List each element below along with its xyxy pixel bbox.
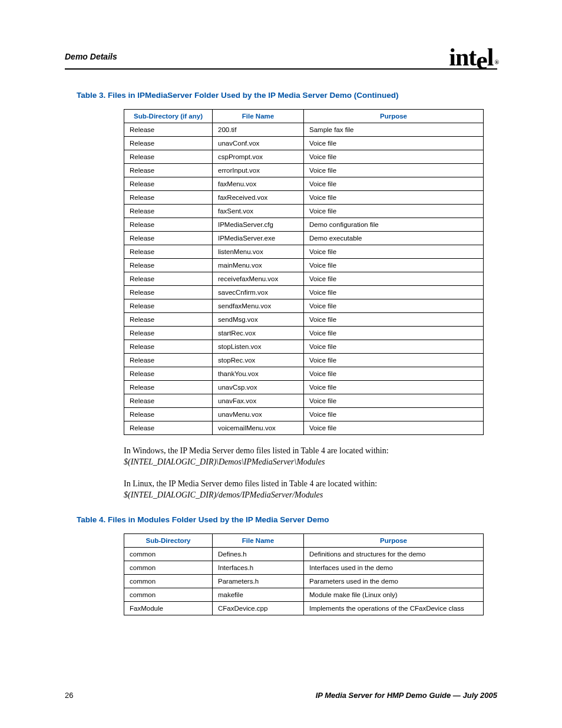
table3-cell: Release (124, 421, 213, 435)
table3-cell: Release (124, 313, 213, 327)
table3-cell: Voice file (304, 408, 484, 421)
table3-row: ReleasestopListen.voxVoice file (124, 340, 484, 354)
table3-cell: cspPrompt.vox (213, 150, 304, 164)
table3-row: ReleaseunavConf.voxVoice file (124, 137, 484, 150)
table3-cell: Release (124, 150, 213, 164)
table4-cell: common (124, 574, 213, 588)
table3-row: ReleaseIPMediaServer.cfgDemo configurati… (124, 218, 484, 232)
para2-line1: In Linux, the IP Media Server demo files… (124, 479, 377, 488)
table3-cell: Release (124, 286, 213, 299)
header-rule (65, 68, 497, 70)
table4-col1: File Name (213, 533, 304, 547)
table3-cell: Voice file (304, 327, 484, 340)
footer-doc-title: IP Media Server for HMP Demo Guide — Jul… (316, 691, 497, 700)
table3-cell: Voice file (304, 205, 484, 218)
table4-caption: Table 4. Files in Modules Folder Used by… (77, 515, 497, 524)
table3-cell: Voice file (304, 394, 484, 408)
table3-cell: Release (124, 205, 213, 218)
page-header: Demo Details intel® (65, 47, 497, 66)
table3-cell: IPMediaServer.exe (213, 232, 304, 245)
table4-col2: Purpose (304, 533, 484, 547)
table3-row: Release200.tifSample fax file (124, 123, 484, 137)
table4-cell: Parameters.h (213, 574, 304, 588)
page-footer: 26 IP Media Server for HMP Demo Guide — … (65, 691, 497, 700)
table3: Sub-Directory (if any) File Name Purpose… (124, 109, 484, 435)
table4-cell: CFaxDevice.cpp (213, 601, 304, 615)
table3-cell: Voice file (304, 313, 484, 327)
table3-cell: receivefaxMenu.vox (213, 272, 304, 286)
section-title: Demo Details (65, 52, 117, 61)
table3-row: ReleasestartRec.voxVoice file (124, 327, 484, 340)
table4-col0: Sub-Directory (124, 533, 213, 547)
table3-cell: Voice file (304, 245, 484, 259)
table3-cell: Voice file (304, 272, 484, 286)
table3-cell: Demo configuration file (304, 218, 484, 232)
table3-cell: stopRec.vox (213, 354, 304, 367)
table3-cell: faxSent.vox (213, 205, 304, 218)
paragraph-windows: In Windows, the IP Media Server demo fil… (124, 446, 489, 468)
table3-row: ReleaseunavFax.voxVoice file (124, 394, 484, 408)
para1-line1: In Windows, the IP Media Server demo fil… (124, 446, 389, 455)
table3-cell: Release (124, 177, 213, 191)
table3-row: ReleasereceivefaxMenu.voxVoice file (124, 272, 484, 286)
table3-cell: 200.tif (213, 123, 304, 137)
table4-cell: common (124, 561, 213, 574)
table4-row: FaxModuleCFaxDevice.cppImplements the op… (124, 601, 484, 615)
para1-line2: $(INTEL_DIALOGIC_DIR)\Demos\IPMediaServe… (124, 457, 325, 466)
intel-logo: intel® (449, 42, 497, 72)
table3-cell: Sample fax file (304, 123, 484, 137)
table3-cell: Voice file (304, 381, 484, 394)
table3-row: ReleasesendfaxMenu.voxVoice file (124, 299, 484, 313)
table4-cell: Interfaces.h (213, 561, 304, 574)
table3-cell: unavFax.vox (213, 394, 304, 408)
table3-cell: Voice file (304, 164, 484, 177)
table3-cell: Release (124, 218, 213, 232)
table3-cell: Release (124, 191, 213, 205)
table3-cell: Voice file (304, 177, 484, 191)
table3-col1: File Name (213, 110, 304, 123)
table3-cell: thankYou.vox (213, 367, 304, 381)
table3-cell: Release (124, 394, 213, 408)
table3-cell: Voice file (304, 354, 484, 367)
table3-row: ReleasethankYou.voxVoice file (124, 367, 484, 381)
table3-cell: Release (124, 164, 213, 177)
table3-row: ReleaseerrorInput.voxVoice file (124, 164, 484, 177)
table4-cell: common (124, 588, 213, 601)
table4-row: commonInterfaces.hInterfaces used in the… (124, 561, 484, 574)
para2-line2: $(INTEL_DIALOGIC_DIR)/demos/IPMediaServe… (124, 490, 323, 499)
table3-cell: Voice file (304, 150, 484, 164)
table4-cell: makefile (213, 588, 304, 601)
table3-row: ReleasestopRec.voxVoice file (124, 354, 484, 367)
table3-cell: savecCnfirm.vox (213, 286, 304, 299)
table3-row: ReleasefaxMenu.voxVoice file (124, 177, 484, 191)
table3-row: ReleasecspPrompt.voxVoice file (124, 150, 484, 164)
table3-cell: Release (124, 272, 213, 286)
table3-row: ReleaselistenMenu.voxVoice file (124, 245, 484, 259)
table4-row: commonDefines.hDefinitions and structure… (124, 547, 484, 561)
table3-cell: Voice file (304, 340, 484, 354)
table3-cell: stopListen.vox (213, 340, 304, 354)
table4: Sub-Directory File Name Purpose commonDe… (124, 533, 484, 615)
table4-header-row: Sub-Directory File Name Purpose (124, 533, 484, 547)
table4-cell: Interfaces used in the demo (304, 561, 484, 574)
table3-cell: unavConf.vox (213, 137, 304, 150)
table3-row: ReleasemainMenu.voxVoice file (124, 259, 484, 272)
table3-cell: Voice file (304, 299, 484, 313)
table3-cell: voicemailMenu.vox (213, 421, 304, 435)
table3-cell: sendMsg.vox (213, 313, 304, 327)
table3-cell: Release (124, 327, 213, 340)
table3-cell: Voice file (304, 421, 484, 435)
table3-cell: Voice file (304, 286, 484, 299)
table3-cell: faxMenu.vox (213, 177, 304, 191)
table3-cell: listenMenu.vox (213, 245, 304, 259)
table3-cell: Voice file (304, 191, 484, 205)
table4-cell: Parameters used in the demo (304, 574, 484, 588)
table3-cell: IPMediaServer.cfg (213, 218, 304, 232)
table3-cell: unavMenu.vox (213, 408, 304, 421)
table3-cell: Release (124, 232, 213, 245)
page-number: 26 (65, 691, 73, 700)
table3-row: ReleasefaxSent.voxVoice file (124, 205, 484, 218)
table3-cell: Voice file (304, 137, 484, 150)
table4-cell: common (124, 547, 213, 561)
table3-cell: Release (124, 408, 213, 421)
